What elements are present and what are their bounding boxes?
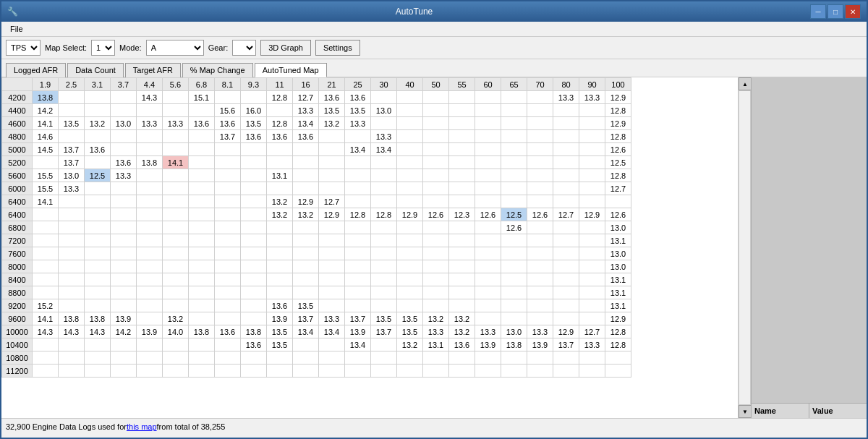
data-cell[interactable] [449,182,475,195]
data-cell[interactable] [501,156,527,169]
data-cell[interactable] [163,130,189,143]
data-cell[interactable] [553,299,579,312]
data-cell[interactable]: 13.8 [137,156,163,169]
data-cell[interactable] [319,234,345,247]
data-cell[interactable] [423,130,449,143]
data-cell[interactable] [423,143,449,156]
data-cell[interactable] [397,260,423,273]
data-cell[interactable] [189,260,215,273]
data-cell[interactable]: 13.4 [371,143,397,156]
data-cell[interactable]: 13.2 [267,208,293,221]
data-cell[interactable] [423,247,449,260]
data-cell[interactable]: 12.6 [605,208,631,221]
data-cell[interactable] [111,338,137,351]
data-cell[interactable] [163,273,189,286]
data-cell[interactable] [137,260,163,273]
data-cell[interactable] [475,195,501,208]
data-cell[interactable]: 13.9 [527,338,553,351]
data-cell[interactable] [527,351,553,365]
data-cell[interactable] [371,338,397,351]
data-cell[interactable] [59,286,85,299]
data-cell[interactable] [397,234,423,247]
data-cell[interactable] [501,312,527,325]
data-cell[interactable] [345,169,371,182]
data-cell[interactable] [267,234,293,247]
data-cell[interactable] [85,234,111,247]
data-cell[interactable] [423,351,449,365]
data-cell[interactable] [319,299,345,312]
data-cell[interactable] [449,156,475,169]
data-cell[interactable] [85,338,111,351]
data-cell[interactable] [449,130,475,143]
data-cell[interactable] [163,299,189,312]
data-cell[interactable]: 13.9 [137,325,163,338]
data-cell[interactable] [397,273,423,286]
data-cell[interactable]: 12.9 [553,325,579,338]
data-cell[interactable] [163,91,189,104]
data-cell[interactable]: 13.4 [293,325,319,338]
data-cell[interactable]: 13.2 [85,117,111,130]
data-cell[interactable] [215,182,241,195]
data-cell[interactable] [85,130,111,143]
data-cell[interactable]: 12.6 [423,208,449,221]
data-cell[interactable] [163,247,189,260]
data-cell[interactable] [579,130,605,143]
data-cell[interactable] [501,182,527,195]
data-cell[interactable]: 12.9 [293,195,319,208]
data-cell[interactable] [111,247,137,260]
data-cell[interactable] [293,260,319,273]
data-cell[interactable] [501,260,527,273]
data-cell[interactable] [449,143,475,156]
data-cell[interactable] [423,286,449,299]
data-cell[interactable] [423,260,449,273]
data-cell[interactable] [85,365,111,378]
data-cell[interactable] [33,156,59,169]
data-cell[interactable] [85,221,111,234]
data-cell[interactable]: 13.3 [293,104,319,117]
data-cell[interactable] [189,169,215,182]
data-cell[interactable] [449,91,475,104]
data-cell[interactable] [85,286,111,299]
data-cell[interactable] [319,247,345,260]
data-cell[interactable] [111,286,137,299]
data-cell[interactable]: 12.9 [319,208,345,221]
data-cell[interactable] [501,195,527,208]
data-cell[interactable] [189,286,215,299]
data-cell[interactable] [137,143,163,156]
data-cell[interactable] [501,234,527,247]
data-cell[interactable]: 15.6 [215,104,241,117]
data-cell[interactable]: 13.3 [371,130,397,143]
data-cell[interactable] [163,234,189,247]
data-cell[interactable]: 15.1 [189,91,215,104]
data-cell[interactable] [371,234,397,247]
data-cell[interactable] [59,338,85,351]
data-cell[interactable] [85,299,111,312]
data-cell[interactable]: 14.1 [33,195,59,208]
data-cell[interactable]: 13.2 [449,312,475,325]
data-cell[interactable] [319,169,345,182]
data-cell[interactable] [501,286,527,299]
data-cell[interactable] [267,156,293,169]
data-cell[interactable]: 12.9 [605,117,631,130]
data-cell[interactable]: 12.8 [605,169,631,182]
data-cell[interactable] [163,143,189,156]
data-cell[interactable]: 14.3 [33,325,59,338]
data-cell[interactable] [85,247,111,260]
data-cell[interactable]: 15.5 [33,169,59,182]
data-cell[interactable] [553,169,579,182]
data-cell[interactable] [397,156,423,169]
data-cell[interactable] [163,169,189,182]
data-cell[interactable] [423,273,449,286]
data-cell[interactable]: 13.0 [605,247,631,260]
data-cell[interactable]: 13.6 [449,338,475,351]
data-cell[interactable] [163,351,189,365]
data-cell[interactable] [293,365,319,378]
data-cell[interactable] [449,104,475,117]
settings-button[interactable]: Settings [315,40,360,56]
data-cell[interactable] [527,299,553,312]
data-cell[interactable] [111,273,137,286]
data-cell[interactable] [319,156,345,169]
data-cell[interactable]: 12.6 [501,221,527,234]
data-cell[interactable]: 13.1 [605,286,631,299]
data-cell[interactable] [553,195,579,208]
